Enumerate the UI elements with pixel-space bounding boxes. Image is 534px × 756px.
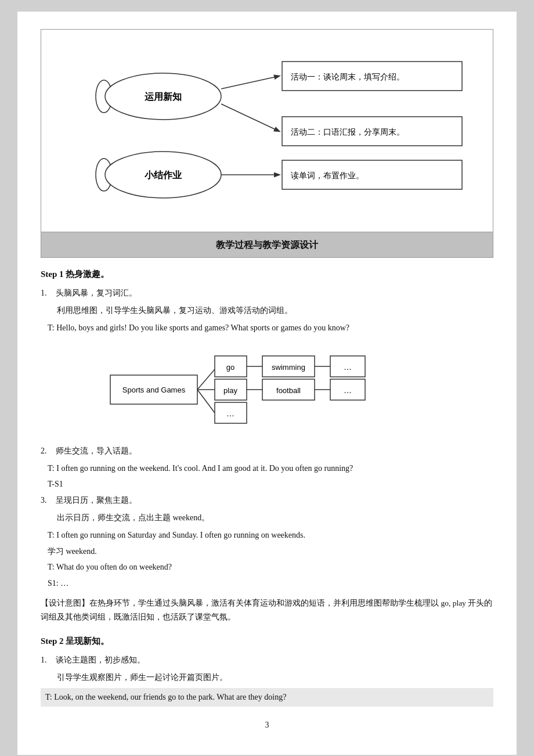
step1-title: Step 1 热身激趣。 — [41, 267, 493, 282]
item3-indent: 出示日历，师生交流，点出主题 weekend。 — [41, 511, 493, 525]
top-diagram-section: 运用新知 小结作业 活动一：谈论周末，填写介绍。 活动二：口语汇报，分享周末。 … — [41, 29, 493, 232]
svg-line-12 — [197, 369, 215, 390]
svg-line-5 — [221, 104, 279, 131]
ellipse2-label: 小结作业 — [144, 170, 182, 180]
step2-item1-indent: 引导学生观察图片，师生一起讨论开篇页图片。 — [41, 671, 493, 685]
design-note: 【设计意图】在热身环节，学生通过头脑风暴，激活有关体育运动和游戏的短语，并利用思… — [41, 596, 493, 625]
svg-text:play: play — [223, 386, 237, 395]
svg-text:…: … — [226, 409, 234, 418]
section-header-text: 教学过程与教学资源设计 — [216, 240, 318, 250]
box1-label: 活动一：谈论周末，填写介绍。 — [291, 73, 405, 81]
step2-item1: 1. 谈论主题图，初步感知。 — [41, 653, 493, 667]
item1-text: 头脑风暴，复习词汇。 — [56, 286, 137, 300]
t-line2: T: I often go running on Saturday and Su… — [41, 528, 493, 542]
item2-text: 师生交流，导入话题。 — [56, 444, 137, 458]
teacher-line1: T: Hello, boys and girls! Do you like sp… — [41, 321, 493, 335]
svg-line-4 — [221, 76, 279, 89]
step1-section: Step 1 热身激趣。 1. 头脑风暴，复习词汇。 利用思维图，引导学生头脑风… — [41, 267, 493, 625]
mindmap-svg: Sports and Games go swimming … — [104, 343, 430, 436]
step1-item3: 3. 呈现日历，聚焦主题。 — [41, 494, 493, 507]
t-line3: T: What do you often do on weekend? — [41, 560, 493, 574]
t-line1: T: I often go running on the weekend. It… — [41, 462, 493, 476]
svg-text:go: go — [226, 363, 234, 372]
step2-title: Step 2 呈现新知。 — [41, 634, 493, 649]
svg-text:football: football — [276, 386, 301, 395]
svg-line-14 — [197, 390, 215, 413]
svg-text:Sports and Games: Sports and Games — [122, 386, 186, 394]
step1-item1: 1. 头脑风暴，复习词汇。 — [41, 286, 493, 300]
box3-label: 读单词，布置作业。 — [291, 171, 364, 180]
item1-num: 1. — [41, 286, 52, 300]
study-line: 学习 weekend. — [41, 545, 493, 559]
item1-indent: 利用思维图，引导学生头脑风暴，复习运动、游戏等活动的词组。 — [41, 304, 493, 318]
section-header: 教学过程与教学资源设计 — [41, 232, 493, 258]
ellipse1-label: 运用新知 — [145, 91, 182, 102]
step2-t-line: T: Look, on the weekend, our friends go … — [41, 688, 493, 707]
mindmap-container: Sports and Games go swimming … — [41, 343, 493, 436]
svg-text:…: … — [344, 386, 352, 395]
item3-text: 呈现日历，聚焦主题。 — [56, 494, 137, 507]
ts1-line: T-S1 — [41, 477, 493, 491]
item2-num: 2. — [41, 444, 52, 458]
step1-item2: 2. 师生交流，导入话题。 — [41, 444, 493, 458]
s1-line: S1: … — [41, 577, 493, 591]
step2-item1-num: 1. — [41, 653, 52, 667]
step2-section: Step 2 呈现新知。 1. 谈论主题图，初步感知。 引导学生观察图片，师生一… — [41, 634, 493, 707]
page: 运用新知 小结作业 活动一：谈论周末，填写介绍。 活动二：口语汇报，分享周末。 … — [17, 12, 517, 755]
svg-text:swimming: swimming — [272, 363, 305, 372]
svg-text:…: … — [344, 362, 352, 372]
top-diagram-svg: 运用新知 小结作业 活动一：谈论周末，填写介绍。 活动二：口语汇报，分享周末。 … — [53, 47, 506, 215]
step2-item1-text: 谈论主题图，初步感知。 — [56, 653, 145, 667]
item3-num: 3. — [41, 494, 52, 507]
box2-label: 活动二：口语汇报，分享周末。 — [291, 128, 405, 136]
page-number: 3 — [41, 718, 493, 732]
